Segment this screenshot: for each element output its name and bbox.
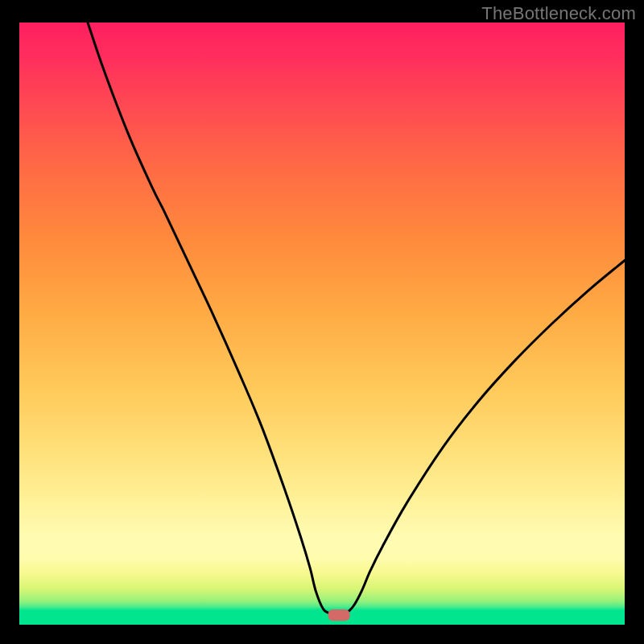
chart-svg [19,23,625,625]
watermark-text: TheBottleneck.com [481,3,636,24]
chart-frame: TheBottleneck.com [0,0,644,644]
minimum-marker [328,609,350,621]
bottleneck-curve [88,23,625,614]
